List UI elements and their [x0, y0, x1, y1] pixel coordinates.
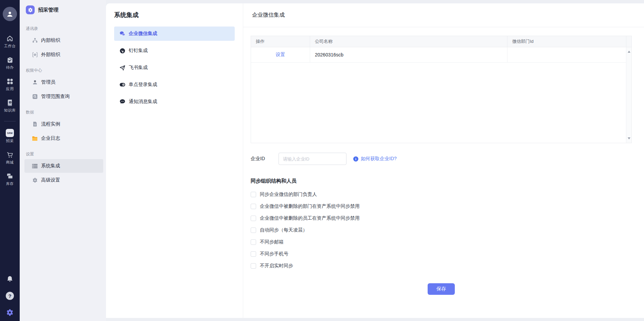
apps-grid-icon: [6, 78, 14, 85]
app-header: 招采管理: [20, 5, 106, 14]
checkbox-label: 同步企业微信的部门负责人: [260, 191, 317, 198]
folder-icon: [32, 136, 38, 141]
gear-icon[interactable]: [6, 309, 14, 316]
scroll-up-icon[interactable]: [628, 51, 630, 53]
checkbox-no-realtime-sync[interactable]: 不开启实时同步: [251, 263, 632, 269]
srm-badge-icon: SRM: [6, 129, 14, 137]
checkbox-label: 不开启实时同步: [260, 263, 293, 269]
menu-item-wechat-work[interactable]: 企业微信集成: [114, 27, 235, 41]
sidebar-item-admin[interactable]: 管理员: [24, 75, 103, 89]
bell-icon[interactable]: [6, 275, 14, 283]
org-tree-icon: [32, 38, 38, 44]
menu-item-label: 通知消息集成: [129, 99, 157, 105]
corp-id-label: 企业ID: [251, 156, 271, 162]
checkbox[interactable]: [251, 239, 256, 245]
checkbox-label: 企业微信中被删除的部门在资产系统中同步禁用: [260, 203, 360, 209]
cart-icon: [6, 151, 14, 158]
save-row: 保存: [251, 283, 632, 295]
checkbox-label: 不同步手机号: [260, 251, 288, 257]
checkbox-label: 企业微信中被删除的员工在资产系统中同步禁用: [260, 215, 360, 221]
sidebar-item-label: 内部组织: [41, 37, 60, 44]
section-label-contacts: 通讯录: [20, 26, 106, 32]
module-sidebar: 招采管理 通讯录 内部组织 外部组织 权限中心 管理员 管理范围查询 数据 流程…: [20, 0, 106, 321]
sidebar-item-system-integration[interactable]: 系统集成: [24, 159, 103, 173]
scroll-down-icon[interactable]: [628, 137, 630, 139]
table-header: 操作 公司名称 微信部门Id: [251, 36, 631, 47]
save-button[interactable]: 保存: [428, 283, 455, 295]
rail-item-srm[interactable]: SRM 招采: [6, 129, 14, 143]
checkbox[interactable]: [251, 263, 256, 269]
info-icon: i: [353, 156, 358, 162]
checkbox-sync-dept-leader[interactable]: 同步企业微信的部门负责人: [251, 191, 632, 198]
admin-person-icon: [32, 80, 38, 85]
rail-label: 知识库: [4, 108, 16, 113]
rail-label: 应用: [6, 86, 14, 91]
sidebar-item-internal-org[interactable]: 内部组织: [24, 34, 103, 47]
menu-item-label: 单点登录集成: [129, 82, 157, 88]
rail-label: 待办: [6, 65, 14, 70]
sidebar-item-company-logs[interactable]: 企业日志: [24, 132, 103, 145]
todo-clipboard-icon: [6, 56, 14, 64]
process-doc-icon: [32, 121, 38, 127]
sidebar-item-process-instances[interactable]: 流程实例: [24, 117, 103, 131]
company-name-cell: 20260316scb: [310, 47, 507, 63]
rail-label: 库存: [6, 181, 14, 186]
app-rail: 工作台 待办 应用 AI 知识库 SRM 招采 商城 库存: [0, 0, 20, 321]
rail-item-apps[interactable]: 应用: [6, 78, 14, 91]
checkbox[interactable]: [251, 216, 256, 221]
wechat-work-icon: [120, 31, 125, 37]
content-card: 系统集成 企业微信集成 钉钉集成 飞书集成 单点登录集成: [106, 3, 644, 318]
rail-item-workbench[interactable]: 工作台: [4, 35, 16, 49]
checkbox-disable-deleted-employee[interactable]: 企业微信中被删除的员工在资产系统中同步禁用: [251, 215, 632, 221]
sidebar-item-external-org[interactable]: 外部组织: [24, 48, 103, 62]
integration-panel: 系统集成 企业微信集成 钉钉集成 飞书集成 单点登录集成: [106, 3, 243, 318]
checkbox[interactable]: [251, 227, 256, 233]
checkbox[interactable]: [251, 204, 256, 209]
external-org-icon: [32, 52, 38, 58]
checkbox[interactable]: [251, 192, 256, 197]
rail-item-mall[interactable]: 商城: [6, 151, 14, 165]
message-bubble-icon: [120, 99, 125, 105]
sidebar-item-label: 企业日志: [41, 135, 60, 141]
checkbox-label: 不同步邮箱: [260, 239, 284, 245]
column-header-spacer: [626, 36, 636, 47]
sidebar-item-advanced-settings[interactable]: 高级设置: [24, 173, 103, 187]
column-header-company: 公司名称: [310, 36, 507, 47]
table-scrollbar[interactable]: [626, 47, 631, 143]
sidebar-item-label: 系统集成: [41, 163, 60, 169]
app-logo-gear-icon: [26, 5, 35, 14]
help-icon[interactable]: ?: [6, 292, 14, 300]
sso-toggle-icon: [120, 82, 125, 88]
menu-item-sso[interactable]: 单点登录集成: [114, 78, 235, 92]
page-title: 企业微信集成: [243, 3, 644, 27]
column-header-wechat-dept-id: 微信部门Id: [507, 36, 626, 47]
rail-divider: [4, 121, 16, 121]
rail-item-inventory[interactable]: 库存: [6, 172, 14, 186]
rail-item-todo[interactable]: 待办: [6, 56, 14, 70]
svg-text:AI: AI: [10, 102, 11, 103]
corp-id-help[interactable]: i 如何获取企业ID?: [353, 156, 397, 162]
corp-id-input[interactable]: [279, 153, 346, 165]
gear-icon: [32, 178, 38, 183]
main-content: 企业微信集成 操作 公司名称 微信部门Id 设置 20260316scb: [243, 3, 644, 318]
wechat-dept-id-cell: [507, 47, 626, 63]
checkbox-no-sync-phone[interactable]: 不同步手机号: [251, 251, 632, 257]
how-to-get-corp-id-link[interactable]: 如何获取企业ID?: [361, 156, 397, 162]
checkbox-no-sync-email[interactable]: 不同步邮箱: [251, 239, 632, 245]
sidebar-item-scope-query[interactable]: 管理范围查询: [24, 90, 103, 103]
user-avatar[interactable]: [3, 7, 17, 21]
menu-item-notifications[interactable]: 通知消息集成: [114, 95, 235, 109]
menu-item-dingtalk[interactable]: 钉钉集成: [114, 44, 235, 58]
checkbox-auto-sync[interactable]: 自动同步（每天凌晨）: [251, 227, 632, 233]
corp-id-row: 企业ID i 如何获取企业ID?: [251, 153, 632, 165]
checkbox[interactable]: [251, 251, 256, 257]
menu-item-feishu[interactable]: 飞书集成: [114, 61, 235, 75]
settings-link[interactable]: 设置: [276, 52, 285, 58]
rail-item-knowledge[interactable]: AI 知识库: [4, 99, 16, 113]
dingtalk-icon: [120, 48, 125, 54]
checkbox-disable-deleted-dept[interactable]: 企业微信中被删除的部门在资产系统中同步禁用: [251, 203, 632, 209]
scope-search-icon: [32, 94, 38, 100]
menu-item-label: 飞书集成: [129, 65, 148, 71]
integration-list-icon: [32, 163, 38, 169]
person-icon: [6, 10, 14, 18]
